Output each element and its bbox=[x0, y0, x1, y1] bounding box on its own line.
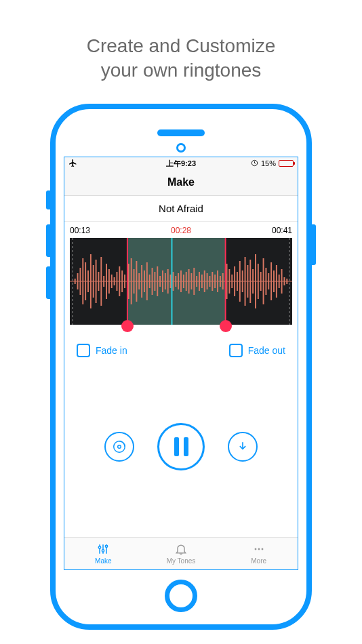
fade-out-checkbox[interactable]: Fade out bbox=[229, 344, 285, 357]
battery-icon bbox=[279, 160, 294, 167]
volume-down-button bbox=[46, 266, 50, 299]
svg-point-91 bbox=[118, 445, 121, 449]
fade-in-label: Fade in bbox=[96, 345, 127, 356]
trim-duration: 00:28 bbox=[171, 226, 191, 235]
trim-end-handle[interactable] bbox=[220, 320, 232, 332]
svg-point-97 bbox=[106, 545, 108, 547]
more-icon bbox=[252, 542, 266, 556]
orientation-lock-icon bbox=[251, 159, 258, 168]
trim-end-time: 00:41 bbox=[272, 226, 292, 235]
song-title: Not Afraid bbox=[159, 203, 203, 214]
svg-point-95 bbox=[99, 546, 101, 548]
status-time: 上午9:23 bbox=[166, 159, 196, 169]
promo-line2: your own ringtones bbox=[101, 60, 262, 81]
pause-button[interactable] bbox=[157, 423, 205, 470]
song-title-row: Not Afraid bbox=[64, 196, 298, 222]
battery-percent: 15% bbox=[261, 159, 276, 167]
bell-icon bbox=[174, 542, 188, 556]
tab-mytones[interactable]: My Tones bbox=[142, 538, 220, 569]
phone-speaker bbox=[157, 129, 205, 136]
disc-icon bbox=[112, 439, 127, 454]
pause-icon bbox=[174, 437, 188, 456]
trim-start-handle[interactable] bbox=[121, 320, 134, 332]
fade-in-checkbox[interactable]: Fade in bbox=[77, 344, 127, 357]
promo-title: Create and Customize your own ringtones bbox=[0, 0, 362, 104]
tab-bar: Make My Tones More bbox=[64, 537, 298, 569]
waveform-editor[interactable] bbox=[70, 238, 292, 325]
status-bar: 上午9:23 15% bbox=[64, 157, 298, 170]
mute-switch bbox=[46, 190, 50, 209]
checkbox-icon bbox=[229, 344, 243, 357]
page-title: Make bbox=[167, 176, 195, 188]
svg-point-98 bbox=[254, 548, 256, 550]
fade-out-label: Fade out bbox=[248, 345, 285, 356]
power-button bbox=[312, 224, 316, 265]
volume-up-button bbox=[46, 224, 50, 257]
svg-point-99 bbox=[258, 548, 260, 550]
tab-make[interactable]: Make bbox=[64, 538, 142, 569]
svg-point-96 bbox=[102, 550, 104, 552]
tab-more[interactable]: More bbox=[220, 538, 298, 569]
trim-start-time: 00:13 bbox=[70, 226, 90, 235]
trim-time-row: 00:13 00:28 00:41 bbox=[64, 222, 298, 238]
nav-bar: Make bbox=[64, 170, 298, 196]
phone-camera bbox=[176, 143, 186, 153]
record-button[interactable] bbox=[104, 432, 134, 462]
airplane-icon bbox=[68, 159, 77, 169]
tab-make-label: Make bbox=[95, 557, 111, 565]
checkbox-icon bbox=[77, 344, 90, 357]
phone-frame: 上午9:23 15% Make Not Afraid 00:13 00:28 0… bbox=[50, 104, 312, 630]
promo-line1: Create and Customize bbox=[87, 35, 276, 56]
svg-point-100 bbox=[261, 548, 263, 550]
playback-controls bbox=[64, 357, 298, 537]
download-button[interactable] bbox=[228, 432, 258, 462]
sliders-icon bbox=[96, 542, 110, 556]
home-button[interactable] bbox=[165, 580, 197, 612]
download-icon bbox=[236, 440, 249, 454]
tab-more-label: More bbox=[251, 557, 266, 565]
tab-mytones-label: My Tones bbox=[167, 557, 196, 565]
phone-screen: 上午9:23 15% Make Not Afraid 00:13 00:28 0… bbox=[64, 157, 298, 570]
waveform-display[interactable] bbox=[70, 238, 292, 325]
